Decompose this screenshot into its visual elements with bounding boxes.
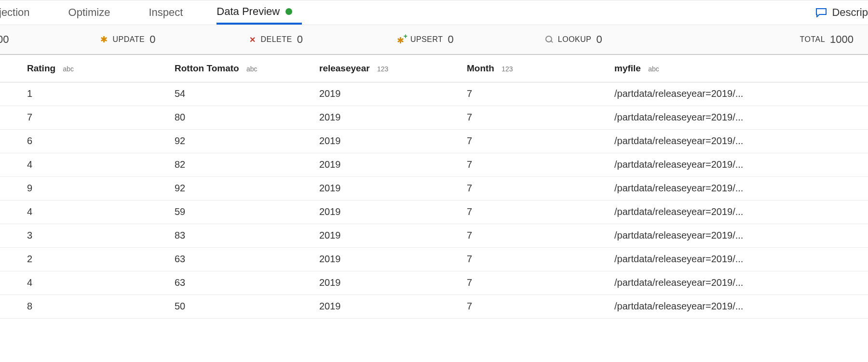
- tab-projection[interactable]: jection: [0, 0, 68, 25]
- col-name: Rating: [27, 63, 55, 73]
- cell-month: 7: [467, 129, 614, 153]
- col-header-month[interactable]: Month 123: [467, 55, 614, 82]
- cell-myfile: /partdata/releaseyear=2019/...: [614, 224, 868, 247]
- cell-releaseyear: 2019: [319, 224, 467, 247]
- stat-update: ✱ UPDATE 0: [100, 33, 155, 46]
- cell-rotton-tomato: 59: [175, 200, 319, 224]
- cell-month: 7: [467, 106, 614, 129]
- cell-myfile: /partdata/releaseyear=2019/...: [614, 106, 868, 129]
- stat-upsert: ✱+ UPSERT 0: [397, 33, 454, 46]
- stat-bar: 00 ✱ UPDATE 0 ✕ DELETE 0 ✱+ UPSERT 0 LOO…: [0, 25, 868, 55]
- col-name: myfile: [614, 63, 641, 73]
- cell-rating: 9: [27, 176, 175, 200]
- table-row[interactable]: 38320197/partdata/releaseyear=2019/...: [0, 224, 868, 247]
- cell-rotton-tomato: 83: [175, 224, 319, 247]
- table-row[interactable]: 85020197/partdata/releaseyear=2019/...: [0, 295, 868, 318]
- table-row[interactable]: 78020197/partdata/releaseyear=2019/...: [0, 106, 868, 129]
- stat-delete-label: DELETE: [260, 35, 292, 44]
- table-row[interactable]: 15420197/partdata/releaseyear=2019/...: [0, 82, 868, 106]
- cell-rating: 2: [27, 247, 175, 271]
- table-row[interactable]: 45920197/partdata/releaseyear=2019/...: [0, 200, 868, 224]
- cell-rating: 7: [27, 106, 175, 129]
- table-body: 15420197/partdata/releaseyear=2019/...78…: [0, 82, 868, 318]
- col-header-rotton-tomato[interactable]: Rotton Tomato abc: [175, 55, 319, 82]
- cell-rotton-tomato: 80: [175, 106, 319, 129]
- stat-total: TOTAL 1000: [800, 33, 854, 46]
- table-row[interactable]: 99220197/partdata/releaseyear=2019/...: [0, 176, 868, 200]
- col-name: Month: [467, 63, 494, 73]
- x-icon: ✕: [249, 35, 256, 44]
- cell-myfile: /partdata/releaseyear=2019/...: [614, 153, 868, 176]
- asterisk-icon: ✱: [100, 35, 108, 44]
- cell-myfile: /partdata/releaseyear=2019/...: [614, 82, 868, 106]
- cell-rotton-tomato: 63: [175, 247, 319, 271]
- cell-rating: 8: [27, 295, 175, 318]
- cell-month: 7: [467, 224, 614, 247]
- table-row[interactable]: 48220197/partdata/releaseyear=2019/...: [0, 153, 868, 176]
- table-row[interactable]: 69220197/partdata/releaseyear=2019/...: [0, 129, 868, 153]
- cell-rating: 4: [27, 271, 175, 295]
- cell-rotton-tomato: 54: [175, 82, 319, 106]
- cell-releaseyear: 2019: [319, 271, 467, 295]
- stat-upsert-label: UPSERT: [410, 35, 443, 44]
- status-dot-icon: [285, 8, 292, 15]
- col-header-rating[interactable]: Rating abc: [27, 55, 175, 82]
- cell-releaseyear: 2019: [319, 176, 467, 200]
- cell-rating: 3: [27, 224, 175, 247]
- cell-month: 7: [467, 271, 614, 295]
- cell-rotton-tomato: 92: [175, 176, 319, 200]
- cell-rating: 4: [27, 200, 175, 224]
- tab-bar: jection Optimize Inspect Data Preview De…: [0, 0, 868, 25]
- cell-rating: 4: [27, 153, 175, 176]
- col-header-releaseyear[interactable]: releaseyear 123: [319, 55, 467, 82]
- cell-releaseyear: 2019: [319, 82, 467, 106]
- tab-inspect[interactable]: Inspect: [149, 0, 217, 25]
- cell-rotton-tomato: 50: [175, 295, 319, 318]
- col-name: releaseyear: [319, 63, 370, 73]
- cell-month: 7: [467, 153, 614, 176]
- stat-lookup-value: 0: [597, 33, 602, 46]
- cell-myfile: /partdata/releaseyear=2019/...: [614, 247, 868, 271]
- stat-update-value: 0: [149, 33, 155, 46]
- cell-myfile: /partdata/releaseyear=2019/...: [614, 129, 868, 153]
- col-type: abc: [63, 65, 74, 73]
- stat-upsert-value: 0: [448, 33, 454, 46]
- cell-releaseyear: 2019: [319, 129, 467, 153]
- cell-month: 7: [467, 200, 614, 224]
- tab-data-preview[interactable]: Data Preview: [217, 0, 302, 25]
- data-table: Rating abc Rotton Tomato abc releaseyear…: [0, 55, 868, 319]
- cell-month: 7: [467, 247, 614, 271]
- cell-releaseyear: 2019: [319, 247, 467, 271]
- stat-partial-value: 00: [0, 33, 9, 46]
- cell-month: 7: [467, 82, 614, 106]
- stat-delete-value: 0: [297, 33, 303, 46]
- cell-releaseyear: 2019: [319, 106, 467, 129]
- table-row[interactable]: 26320197/partdata/releaseyear=2019/...: [0, 247, 868, 271]
- col-header-myfile[interactable]: myfile abc: [614, 55, 868, 82]
- cell-releaseyear: 2019: [319, 200, 467, 224]
- cell-releaseyear: 2019: [319, 153, 467, 176]
- description-button[interactable]: Descrip: [811, 0, 868, 25]
- stat-lookup: LOOKUP 0: [545, 33, 602, 46]
- stat-total-value: 1000: [830, 33, 854, 46]
- cell-releaseyear: 2019: [319, 295, 467, 318]
- upsert-icon: ✱+: [397, 35, 406, 44]
- stat-lookup-label: LOOKUP: [558, 35, 592, 44]
- cell-rotton-tomato: 63: [175, 271, 319, 295]
- cell-rotton-tomato: 82: [175, 153, 319, 176]
- cell-myfile: /partdata/releaseyear=2019/...: [614, 271, 868, 295]
- table-row[interactable]: 46320197/partdata/releaseyear=2019/...: [0, 271, 868, 295]
- cell-rating: 1: [27, 82, 175, 106]
- tab-data-preview-label: Data Preview: [217, 5, 280, 18]
- cell-rating: 6: [27, 129, 175, 153]
- tab-optimize[interactable]: Optimize: [68, 0, 149, 25]
- col-type: 123: [502, 65, 513, 73]
- description-label: Descrip: [832, 6, 868, 19]
- col-type: abc: [648, 65, 659, 73]
- cell-myfile: /partdata/releaseyear=2019/...: [614, 176, 868, 200]
- cell-rotton-tomato: 92: [175, 129, 319, 153]
- col-name: Rotton Tomato: [175, 63, 239, 73]
- stat-partial-left: 00: [0, 33, 9, 46]
- search-icon: [545, 36, 553, 43]
- cell-myfile: /partdata/releaseyear=2019/...: [614, 295, 868, 318]
